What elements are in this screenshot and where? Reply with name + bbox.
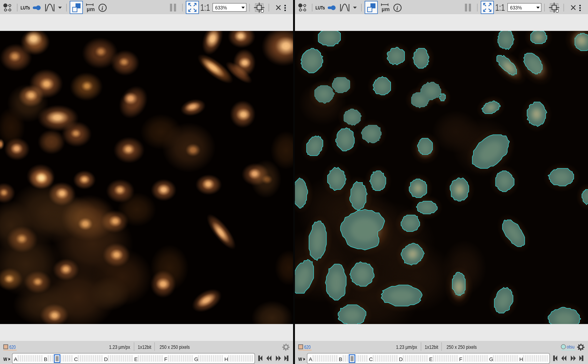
svg-text:A: A: [14, 356, 17, 362]
svg-text:G: G: [194, 356, 198, 362]
svg-text:i: i: [396, 5, 398, 12]
svg-text:W: W: [298, 356, 302, 362]
svg-text:F: F: [459, 356, 462, 362]
svg-text:E: E: [134, 356, 138, 362]
svg-text:250 x 250 pixels: 250 x 250 pixels: [160, 344, 190, 350]
svg-text:LUTs: LUTs: [315, 5, 325, 11]
svg-text:1.23 µm/px: 1.23 µm/px: [396, 344, 417, 350]
svg-text:H: H: [224, 356, 228, 362]
svg-text:1:1: 1:1: [200, 2, 210, 13]
svg-text:633%: 633%: [510, 5, 522, 11]
svg-text:620: 620: [304, 344, 311, 350]
svg-text:1x12bit: 1x12bit: [138, 344, 151, 350]
svg-text:C: C: [74, 356, 78, 362]
svg-text:D: D: [399, 356, 403, 362]
svg-text:250 x 250 pixels: 250 x 250 pixels: [447, 344, 477, 350]
svg-text:633%: 633%: [215, 5, 227, 11]
svg-text:1.23 µm/px: 1.23 µm/px: [109, 344, 130, 350]
svg-text:H: H: [519, 356, 523, 362]
svg-text:µm: µm: [382, 6, 390, 12]
svg-text:G: G: [489, 356, 493, 362]
svg-text:1x12bit: 1x12bit: [425, 344, 438, 350]
svg-text:F: F: [164, 356, 167, 362]
svg-text:D: D: [104, 356, 108, 362]
svg-text:A: A: [309, 356, 312, 362]
svg-text:LUTs: LUTs: [20, 5, 30, 11]
svg-text:i: i: [101, 5, 103, 12]
svg-text:W: W: [3, 356, 7, 362]
svg-text:1:1: 1:1: [495, 2, 505, 13]
svg-text:B: B: [44, 356, 47, 362]
svg-text:E: E: [429, 356, 433, 362]
svg-text:B: B: [339, 356, 342, 362]
svg-text:otsu: otsu: [567, 344, 575, 349]
svg-text:µm: µm: [87, 6, 95, 12]
svg-text:C: C: [369, 356, 373, 362]
svg-text:620: 620: [9, 344, 16, 350]
